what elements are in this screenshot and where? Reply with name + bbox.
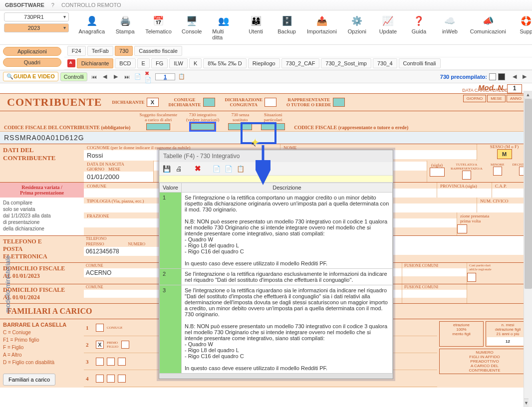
familiari-button[interactable]: Familiari a carico xyxy=(3,374,55,386)
ribbon-multi ditta[interactable]: 👥Multi ditta xyxy=(209,12,238,42)
dom2-fusione[interactable] xyxy=(402,290,467,298)
precomp-box-2[interactable] xyxy=(498,73,505,80)
cf-carico-box[interactable] xyxy=(146,123,170,130)
popup-row[interactable]: 1Se l'integrazione o la rettifica compor… xyxy=(160,193,393,269)
popup-close-icon[interactable]: ✖ xyxy=(193,164,202,173)
remote-control-link[interactable]: CONTROLLO REMOTO xyxy=(61,2,121,8)
ribbon-importazioni[interactable]: 📤Importazioni xyxy=(304,12,340,42)
subtab-7[interactable]: Riepilogo xyxy=(248,58,280,68)
ribbon-backup[interactable]: 🗄️Backup xyxy=(273,12,300,42)
mesi-value[interactable]: 12 xyxy=(487,337,529,345)
tutelato-box[interactable] xyxy=(462,171,471,180)
guide-video-button[interactable]: 🔍GUIDA E VIDEO xyxy=(3,72,58,81)
nav-first[interactable]: ⏮ xyxy=(89,72,98,81)
controlli-button[interactable]: Controlli xyxy=(60,72,87,81)
ribbon-supp[interactable]: 🛟Supp xyxy=(513,12,532,42)
scroll-thumb[interactable] xyxy=(525,99,532,289)
precomp-box-1[interactable] xyxy=(489,73,496,80)
rappresentante-check[interactable] xyxy=(333,98,345,107)
vertical-scrollbar[interactable]: ▲ ▼ xyxy=(524,91,532,407)
ribbon-console[interactable]: 🖥️Console xyxy=(178,12,205,42)
popup-doc2-icon[interactable]: 📄 xyxy=(224,164,233,173)
prov-label: PROVINCIA (sigla) xyxy=(437,183,492,189)
clipboard-icon[interactable]: 📋 xyxy=(177,72,186,81)
ribbon-update[interactable]: 📈Update xyxy=(374,12,401,42)
coniuge-check[interactable] xyxy=(203,98,215,107)
cf-situazioni-box[interactable] xyxy=(261,123,285,130)
residenza-variata[interactable]: Residenza variata / Prima presentazione xyxy=(0,183,84,198)
popup-row[interactable]: 3Se l'integrazione o la rettifica riguar… xyxy=(160,285,393,374)
subtab-2[interactable]: E xyxy=(137,58,150,68)
dichiarante-check[interactable]: X xyxy=(147,98,159,107)
popup-scrollbar[interactable] xyxy=(159,374,393,379)
ribbon-guida[interactable]: ❓Guida xyxy=(405,12,432,42)
app-brand: GBSOFTWARE xyxy=(5,2,44,8)
prima-volta-box[interactable] xyxy=(457,224,467,233)
r2-x[interactable]: X xyxy=(96,341,104,349)
minore-box[interactable] xyxy=(493,167,502,176)
subtab-11[interactable]: Controlli finali xyxy=(399,58,441,68)
nav-prev[interactable]: ◀ xyxy=(100,72,109,81)
dom1-fusione[interactable] xyxy=(402,268,467,276)
pdf-icon[interactable] xyxy=(67,59,75,67)
prov-field[interactable] xyxy=(437,189,492,198)
subtab-3[interactable]: FG xyxy=(151,58,168,68)
console-icon: 🖥️ xyxy=(185,14,198,27)
tab-730[interactable]: 730 xyxy=(115,46,133,56)
scroll-up[interactable]: ▲ xyxy=(524,91,532,99)
help-link[interactable]: ? xyxy=(51,2,54,8)
popup-row[interactable]: 2Se l'integrazione o la rettifica riguar… xyxy=(160,269,393,285)
scroll-down[interactable]: ▼ xyxy=(524,399,529,407)
cf-senza-box[interactable] xyxy=(228,123,252,130)
sesso-field[interactable]: M xyxy=(497,149,512,159)
ribbon-stampa[interactable]: 🖨️Stampa xyxy=(112,12,139,42)
data-nascita-field[interactable]: 01/01/2000 xyxy=(84,172,153,182)
subtab-4[interactable]: ILW xyxy=(169,58,188,68)
applicazioni-pill[interactable]: Applicazioni xyxy=(3,47,61,56)
nav-next[interactable]: ▶ xyxy=(111,72,120,81)
tel-section: TELEFONO E POSTA ELETTRONICA xyxy=(0,236,84,262)
year-dropdown[interactable]: 2023 xyxy=(4,23,69,32)
scroll-right[interactable]: ▶ xyxy=(520,72,529,81)
nav-last[interactable]: ⏭ xyxy=(122,72,131,81)
tab-cassetto-fiscale[interactable]: Cassetto fiscale xyxy=(134,46,182,56)
cf-integrativo-box[interactable] xyxy=(191,123,215,130)
cf-carico-label: Soggetto fiscalmente a carico di altri xyxy=(139,112,177,122)
ribbon-opzioni[interactable]: ⚙️Opzioni xyxy=(343,12,370,42)
popup-save-icon[interactable]: 💾 xyxy=(162,164,171,173)
subtab-8[interactable]: 730_2_CAF xyxy=(281,58,320,68)
cf-value[interactable]: RSSMRA00A01D612G xyxy=(0,132,532,144)
subtab-10[interactable]: 730_4 xyxy=(373,58,397,68)
new-page-icon[interactable]: 📄 xyxy=(133,72,142,81)
casi-box[interactable] xyxy=(467,273,476,282)
subtab-5[interactable]: K xyxy=(189,58,202,68)
ribbon-anagrafica[interactable]: 👤Anagrafica xyxy=(76,12,108,42)
r2-b[interactable] xyxy=(121,341,129,349)
ribbon-inweb[interactable]: ☁️inWeb xyxy=(436,12,463,42)
ribbon-telematico[interactable]: 📅Telematico xyxy=(143,12,175,42)
legend-item: C = Coniuge xyxy=(3,329,81,336)
page-number[interactable]: 1 xyxy=(155,73,175,80)
quadri-pill[interactable]: Quadri xyxy=(3,58,61,67)
subtab-1[interactable]: BCD xyxy=(115,58,135,68)
popup-print-icon[interactable]: 🖨 xyxy=(174,164,183,173)
ribbon-utenti[interactable]: 👨‍👩‍👦Utenti xyxy=(243,12,269,42)
coniuge-label: CONIUGE DICHIARANTE xyxy=(169,97,201,107)
congiunta-check[interactable] xyxy=(265,98,276,107)
r1-c[interactable] xyxy=(96,324,104,332)
subtab-9[interactable]: 730_2_Sost_imp xyxy=(321,58,371,68)
delete-page-icon[interactable]: ✖📄 xyxy=(144,72,153,81)
tab-terfab[interactable]: TerFab xyxy=(87,46,113,56)
affido-label: NUMERO FIGLI IN AFFIDO PREADOTTIVO A CAR… xyxy=(469,350,500,373)
module-dropdown[interactable]: 730PR1 xyxy=(4,12,69,21)
popup-doc1-icon[interactable]: 📄 xyxy=(212,164,221,173)
tab-f24[interactable]: F24 xyxy=(67,46,86,56)
cf-label: CODICE FISCALE DEL CONTRIBUENTE (obbliga… xyxy=(4,125,130,130)
congiunta-label: DICHIARAZIONE CONGIUNTA xyxy=(225,97,263,107)
subtab-0[interactable]: Dichiarante xyxy=(77,58,114,68)
ribbon-comunicazioni[interactable]: 📣Comunicazioni xyxy=(467,12,509,42)
sigla-box[interactable] xyxy=(430,168,445,177)
scroll-left[interactable]: ◀ xyxy=(510,72,519,81)
subtab-6[interactable]: 8‰ 5‰ 2‰ D xyxy=(203,58,246,68)
popup-copy-icon[interactable]: 📋 xyxy=(236,164,245,173)
